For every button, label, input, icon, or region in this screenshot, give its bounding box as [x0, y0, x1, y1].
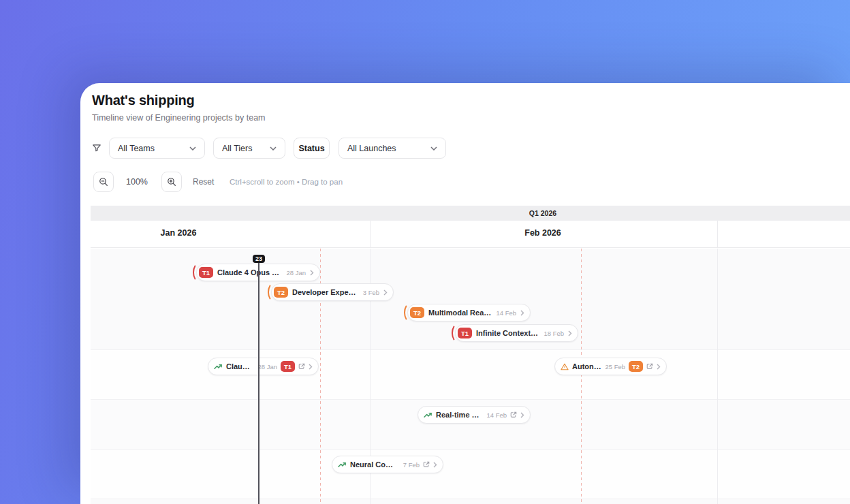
chevron-right-icon: [310, 270, 314, 276]
project-name: Claude 4 Opus + ...: [217, 268, 282, 277]
project-date: 28 Jan: [286, 269, 306, 277]
whats-shipping-panel: What's shipping Timeline view of Enginee…: [80, 83, 850, 504]
launches-filter-value: All Launches: [347, 144, 396, 153]
launch-name: Autonomo...: [572, 362, 601, 371]
project-bar[interactable]: T1 Infinite Context + ... 18 Feb: [455, 324, 578, 342]
page-title: What's shipping: [92, 93, 195, 108]
project-name: Developer Experie...: [292, 288, 359, 296]
tier-badge: T2: [274, 287, 288, 298]
quarter-header: Q1 2026: [91, 206, 850, 221]
launch-name: Neural Computer...: [350, 460, 400, 469]
external-link-icon[interactable]: [298, 363, 305, 370]
launches-filter-dropdown[interactable]: All Launches: [339, 138, 446, 159]
project-name: Infinite Context + ...: [476, 329, 539, 337]
external-link-icon[interactable]: [423, 461, 430, 468]
pan-zoom-hint: Ctrl+scroll to zoom • Drag to pan: [230, 172, 343, 192]
project-date: 14 Feb: [496, 309, 516, 317]
chevron-right-icon: [657, 364, 661, 370]
launch-item[interactable]: Real-time Multi... 14 Feb: [418, 406, 531, 424]
project-bar[interactable]: T2 Developer Experie... 3 Feb: [271, 283, 394, 301]
tier-badge: T1: [458, 328, 472, 338]
zoom-level-value: 100%: [116, 172, 157, 192]
tier-badge: T1: [199, 267, 213, 278]
project-date: 3 Feb: [363, 289, 379, 296]
month-header: Jan 2026 Feb 2026: [91, 221, 850, 248]
team-row: [91, 499, 850, 504]
launch-date: 25 Feb: [605, 363, 625, 371]
launch-item[interactable]: Autonomo... 25 Feb T2: [554, 358, 667, 375]
reset-zoom-button[interactable]: Reset: [193, 172, 214, 192]
tiers-filter-dropdown[interactable]: All Tiers: [213, 138, 285, 159]
month-label-jan: Jan 2026: [161, 228, 197, 238]
chevron-right-icon: [309, 364, 313, 370]
launch-name: Claude 4 ...: [226, 362, 254, 371]
tiers-filter-value: All Tiers: [222, 144, 252, 153]
launch-name: Real-time Multi...: [436, 411, 483, 419]
tier-badge: T2: [410, 307, 424, 318]
chevron-down-icon: [189, 146, 196, 151]
launch-item[interactable]: Neural Computer... 7 Feb: [332, 456, 443, 473]
teams-filter-value: All Teams: [118, 144, 155, 153]
launch-item[interactable]: Claude 4 ... 28 Jan T1: [208, 358, 319, 375]
external-link-icon[interactable]: [510, 411, 517, 418]
filter-icon: [92, 143, 101, 153]
today-line: [258, 259, 259, 504]
project-bar[interactable]: T2 Multimodal Real-t... 14 Feb: [407, 304, 531, 321]
today-date-badge: 23: [253, 255, 265, 263]
status-filter-button[interactable]: Status: [294, 138, 330, 159]
warning-icon: [561, 363, 569, 371]
chevron-right-icon: [383, 289, 388, 296]
trend-up-icon: [424, 411, 432, 419]
project-name: Multimodal Real-t...: [428, 309, 492, 317]
teams-filter-dropdown[interactable]: All Teams: [109, 138, 205, 159]
launch-date: 28 Jan: [257, 363, 277, 371]
page-subtitle: Timeline view of Engineering projects by…: [92, 113, 266, 123]
month-label-feb: Feb 2026: [524, 228, 561, 238]
status-filter-label: Status: [298, 144, 324, 153]
zoom-in-button[interactable]: [161, 172, 182, 192]
tier-badge: T2: [629, 361, 643, 372]
month-gridline: [717, 249, 718, 504]
timeline-body[interactable]: 23 T1 Claude 4 Opus + ... 28 Jan T2 Deve…: [91, 249, 850, 504]
chevron-right-icon: [520, 412, 524, 418]
month-divider: [370, 221, 371, 248]
external-link-icon[interactable]: [646, 363, 653, 370]
zoom-out-icon: [99, 177, 108, 187]
launch-date: 14 Feb: [486, 411, 507, 419]
timeline[interactable]: Q1 2026 Jan 2026 Feb 2026 23 T1 Claud: [91, 206, 850, 504]
trend-up-icon: [214, 363, 223, 371]
chevron-right-icon: [568, 330, 572, 336]
launch-date: 7 Feb: [403, 461, 420, 469]
quarter-label: Q1 2026: [529, 209, 556, 217]
zoom-out-button[interactable]: [93, 172, 114, 192]
chevron-down-icon: [270, 146, 277, 151]
month-divider: [717, 221, 718, 248]
chevron-right-icon: [433, 462, 437, 468]
project-date: 18 Feb: [544, 330, 564, 337]
tier-badge: T1: [281, 361, 295, 372]
deadline-marker-line: [581, 249, 582, 504]
trend-up-icon: [338, 461, 347, 469]
team-row: [91, 450, 850, 499]
chevron-down-icon: [430, 146, 437, 151]
team-row: [91, 349, 850, 399]
zoom-in-icon: [167, 177, 176, 187]
chevron-right-icon: [520, 310, 524, 316]
